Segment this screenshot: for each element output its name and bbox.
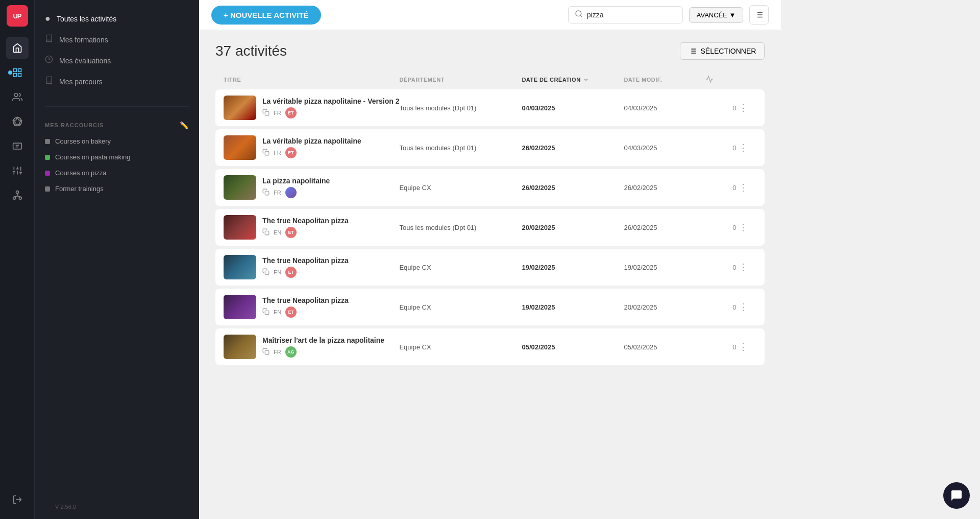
svg-rect-42 xyxy=(265,151,269,155)
menu-button[interactable] xyxy=(749,5,769,25)
table-row[interactable]: La pizza napolitaine FR Equipe CX 26/02/… xyxy=(215,169,765,206)
table-row[interactable]: The true Neapolitan pizza EN ET Equipe C… xyxy=(215,289,765,325)
row-more-button[interactable]: ⋮ xyxy=(736,340,750,354)
sidebar-nav-mes-parcours[interactable]: Mes parcours xyxy=(35,71,199,92)
svg-point-4 xyxy=(14,93,18,97)
row-date-modif: 19/02/2025 xyxy=(624,264,705,271)
avatar: ET xyxy=(285,147,297,158)
sidebar-icons: UP xyxy=(0,0,35,519)
table-row[interactable]: Maîtriser l'art de la pizza napolitaine … xyxy=(215,328,765,365)
version-label: V 2.56.0 xyxy=(45,500,86,514)
chat-bubble[interactable] xyxy=(943,482,970,509)
row-date-creation: 26/02/2025 xyxy=(522,184,624,192)
row-stat: 0 xyxy=(705,224,736,231)
row-thumbnail xyxy=(224,135,256,160)
sidebar-nav-mes-formations[interactable]: Mes formations xyxy=(35,29,199,50)
shortcut-item-pasta[interactable]: Courses on pasta making xyxy=(35,149,199,165)
sidebar-nav-mes-evaluations[interactable]: Mes évaluations xyxy=(35,50,199,71)
row-meta: FR ET xyxy=(262,147,399,158)
row-more-button[interactable]: ⋮ xyxy=(736,220,750,234)
sidebar-icon-id-card[interactable] xyxy=(6,135,29,157)
col-date-creation[interactable]: DATE DE CRÉATION xyxy=(522,77,624,83)
svg-rect-0 xyxy=(13,69,16,72)
row-date-modif: 05/02/2025 xyxy=(624,343,705,351)
sidebar-icon-equalizer[interactable] xyxy=(6,159,29,182)
row-more-button[interactable]: ⋮ xyxy=(736,180,750,195)
shortcut-item-former[interactable]: Former trainings xyxy=(35,181,199,197)
row-departement: Tous les modules (Dpt 01) xyxy=(399,104,522,112)
sidebar-icon-activities[interactable] xyxy=(6,61,29,84)
row-name: La véritable pizza napolitaine xyxy=(262,137,399,145)
sidebar-icon-soccer[interactable] xyxy=(6,110,29,133)
row-departement: Equipe CX xyxy=(399,184,522,192)
copy-icon xyxy=(262,188,270,197)
row-info: Maîtriser l'art de la pizza napolitaine … xyxy=(262,336,399,358)
col-date-modif: DATE MODIF. xyxy=(624,77,705,83)
avatar: ET xyxy=(285,227,297,238)
evaluations-icon xyxy=(45,55,53,66)
table-header: TITRE DÉPARTEMENT DATE DE CRÉATION DATE … xyxy=(215,70,765,89)
svg-rect-7 xyxy=(13,143,21,149)
table-row[interactable]: The true Neapolitan pizza EN ET Equipe C… xyxy=(215,249,765,286)
row-stat: 0 xyxy=(705,144,736,152)
sidebar-icon-org-chart[interactable] xyxy=(6,184,29,206)
row-more-button[interactable]: ⋮ xyxy=(736,140,750,155)
row-thumbnail xyxy=(224,335,256,359)
svg-line-28 xyxy=(580,15,582,17)
copy-icon xyxy=(262,268,270,277)
row-thumbnail xyxy=(224,295,256,319)
new-activity-button[interactable]: + NOUVELLE ACTIVITÉ xyxy=(211,6,321,25)
row-name: Maîtriser l'art de la pizza napolitaine xyxy=(262,336,399,344)
avatar: ET xyxy=(285,107,297,119)
row-info: The true Neapolitan pizza EN ET xyxy=(262,256,399,278)
row-info: The true Neapolitan pizza EN ET xyxy=(262,296,399,318)
avancee-button[interactable]: AVANCÉE ▼ xyxy=(689,7,744,23)
content-header: 37 activités SÉLECTIONNER xyxy=(215,42,765,60)
row-info: La véritable pizza napolitaine - Version… xyxy=(262,97,399,119)
row-name: The true Neapolitan pizza xyxy=(262,217,399,225)
row-meta: FR ET xyxy=(262,107,399,119)
sidebar-icon-home[interactable] xyxy=(6,37,29,59)
shortcut-item-pizza[interactable]: Courses on pizza xyxy=(35,165,199,181)
svg-point-20 xyxy=(13,197,15,199)
row-title: La pizza napolitaine FR xyxy=(224,175,399,200)
lang-badge: EN xyxy=(274,269,281,275)
table-row[interactable]: La véritable pizza napolitaine - Version… xyxy=(215,89,765,126)
row-name: The true Neapolitan pizza xyxy=(262,296,399,304)
select-button[interactable]: SÉLECTIONNER xyxy=(680,42,765,60)
table-rows-container: La véritable pizza napolitaine - Version… xyxy=(215,89,765,365)
row-name: La pizza napolitaine xyxy=(262,177,399,185)
copy-icon xyxy=(262,109,270,117)
shortcuts-label: MES RACCOURCIS ✏️ xyxy=(35,113,199,133)
table-row[interactable]: La véritable pizza napolitaine FR ET Tou… xyxy=(215,129,765,166)
row-stat: 0 xyxy=(705,264,736,271)
svg-rect-41 xyxy=(265,111,269,115)
search-input[interactable] xyxy=(587,11,676,19)
col-stat-icon xyxy=(705,75,736,84)
search-box xyxy=(568,6,683,23)
row-date-modif: 04/03/2025 xyxy=(624,144,705,152)
shortcut-item-bakery[interactable]: Courses on bakery xyxy=(35,133,199,149)
row-more-button[interactable]: ⋮ xyxy=(736,260,750,274)
row-meta: EN ET xyxy=(262,267,399,278)
row-title: The true Neapolitan pizza EN ET xyxy=(224,295,399,319)
row-departement: Tous les modules (Dpt 01) xyxy=(399,144,522,152)
row-date-modif: 26/02/2025 xyxy=(624,184,705,192)
table-row[interactable]: The true Neapolitan pizza EN ET Tous les… xyxy=(215,209,765,246)
sidebar-icon-users[interactable] xyxy=(6,86,29,108)
formations-icon xyxy=(45,34,53,45)
row-departement: Equipe CX xyxy=(399,264,522,271)
row-info: La véritable pizza napolitaine FR ET xyxy=(262,137,399,158)
row-more-button[interactable]: ⋮ xyxy=(736,101,750,115)
edit-shortcuts-icon[interactable]: ✏️ xyxy=(180,121,189,129)
content-area: 37 activités SÉLECTIONNER TITRE DÉPARTEM… xyxy=(199,30,781,519)
sidebar-icon-logout[interactable] xyxy=(6,488,29,511)
topbar-right: AVANCÉE ▼ xyxy=(568,5,769,25)
dot-icon: ● xyxy=(45,13,51,24)
svg-point-21 xyxy=(19,197,21,199)
copy-icon xyxy=(262,308,270,317)
row-title: La véritable pizza napolitaine - Version… xyxy=(224,96,399,120)
lang-badge: FR xyxy=(274,110,281,116)
sidebar-nav-toutes-activites[interactable]: ● Toutes les activités xyxy=(35,8,199,29)
row-more-button[interactable]: ⋮ xyxy=(736,300,750,314)
